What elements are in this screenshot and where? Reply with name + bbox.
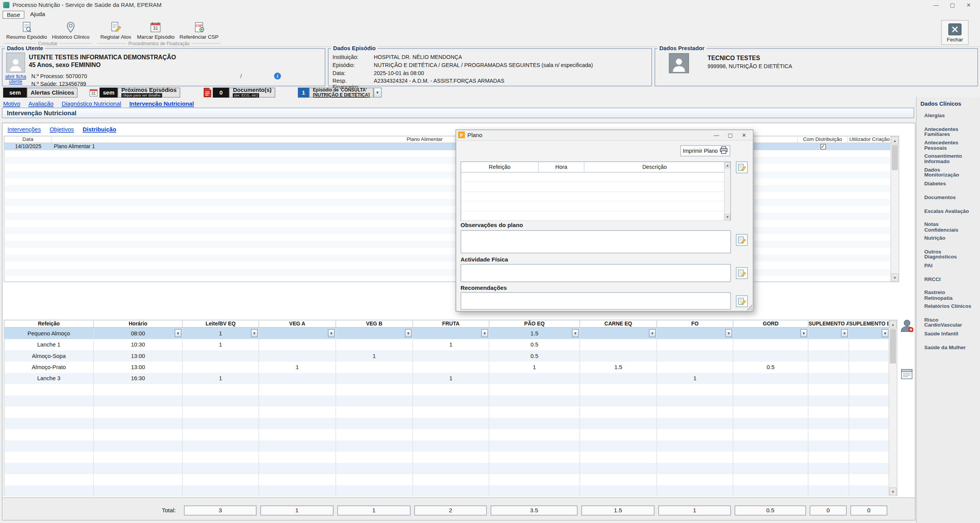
dist-table-row[interactable] [4,384,897,395]
sidebar-item-nutricao[interactable]: Nutrição [917,234,980,248]
sidebar-item-antecedentes-familiares[interactable]: Antecedentes Familiares [917,125,980,139]
scroll-up-icon[interactable]: ▲ [889,320,897,329]
menu-base[interactable]: Base [3,11,25,19]
episode-selector-label[interactable]: Episódio de 'CONSULTA' [NUTRIÇÃO E DIETÉ… [309,88,373,98]
sidebar-item-saude-infantil[interactable]: Saúde Infantil [917,330,980,343]
plans-table-row[interactable] [4,185,898,192]
plans-table-row[interactable] [4,241,898,248]
plans-table-row[interactable] [4,220,898,227]
abrir-ficha-utente-link[interactable]: abrir ficha utente [3,74,29,84]
dialog-close-button[interactable]: ✕ [737,131,751,140]
dist-table-row[interactable]: Lanche 316:30111 [4,373,897,384]
plans-table-row[interactable] [4,164,898,171]
cell-dropdown-button[interactable]: ▼ [251,329,258,337]
scroll-down-icon[interactable]: ▼ [725,214,730,220]
dialog-maximize-button[interactable]: ▢ [723,131,737,140]
tab-distribuicao[interactable]: Distribuição [83,126,116,132]
patient-contact-icon[interactable] [899,318,915,333]
scroll-up-icon[interactable]: ▲ [725,162,730,168]
plans-table-row[interactable] [4,276,898,283]
alertas-clinicos-button[interactable]: Alertas Clínicos [27,88,78,98]
plans-table-row[interactable] [4,206,898,213]
dist-table-scrollbar[interactable]: ▲ ▼ [888,320,897,496]
sidebar-item-documentos[interactable]: Documentos [917,193,980,207]
marcar-episodio-button[interactable]: 31 Marcar Episódio [134,20,177,41]
cell-dropdown-button[interactable]: ▼ [572,329,579,337]
plans-table-row[interactable] [4,150,898,157]
cell-dropdown-button[interactable]: ▼ [328,329,335,337]
plans-table-row[interactable] [4,255,898,262]
registar-atos-button[interactable]: Registar Atos [97,20,134,41]
fechar-button[interactable]: Fechar [941,20,969,45]
edit-meals-button[interactable] [736,162,748,173]
sidebar-item-dados-monitorizacao[interactable]: Dados Monitorização [917,166,980,180]
cell-dropdown-button[interactable]: ▼ [725,329,732,337]
com-distribuicao-checkbox[interactable]: ✓ [820,144,826,150]
activity-textarea[interactable] [461,264,731,282]
tab-objetivos[interactable]: Objetivos [49,126,74,132]
dist-table-row[interactable] [4,396,897,407]
dist-table-row[interactable] [4,440,897,451]
sidebar-item-risco-cardiovascular[interactable]: Risco CardioVascular [917,316,980,330]
dist-table-row[interactable]: Pequeno Almoço08:00▼1▼▼▼▼1.5▼▼▼▼▼▼ [4,328,897,339]
meal-table-row[interactable] [461,201,730,211]
sidebar-item-rrcci[interactable]: RRCCI [917,275,980,289]
cell-dropdown-button[interactable]: ▼ [175,329,182,337]
nav-link-motivo[interactable]: Motivo [3,100,20,106]
plans-table-row[interactable] [4,269,898,276]
plans-table-row[interactable] [4,227,898,234]
dist-table-row[interactable] [4,452,897,463]
sidebar-item-outros-diagnosticos[interactable]: Outros Diagnósticos [917,248,980,262]
imprimir-plano-button[interactable]: Imprimir Plano [680,145,730,156]
scroll-down-icon[interactable]: ▼ [889,487,897,495]
documentos-button[interactable]: Documento(s) (ex: ECG, etc) [229,88,275,98]
dist-table-row[interactable] [4,407,897,418]
meal-table-row[interactable] [461,173,730,182]
scroll-down-icon[interactable]: ▼ [891,273,899,281]
plans-table-scrollbar[interactable]: ▲ ▼ [890,136,898,281]
plans-table-row[interactable] [4,199,898,206]
nav-link-intervencao-nutricional[interactable]: Intervenção Nutricional [129,100,194,106]
dist-table-row[interactable]: Almoço-Prato13:00111.50.5 [4,361,897,373]
cell-dropdown-button[interactable]: ▼ [405,329,412,337]
edit-observations-button[interactable] [736,234,748,246]
dialog-resize-grip[interactable] [746,304,752,310]
sidebar-item-rastreio-retinopatia[interactable]: Rastreio Retinopatia [917,289,980,302]
cell-dropdown-button[interactable]: ▼ [649,329,656,337]
observations-textarea[interactable] [461,230,731,253]
sidebar-item-pai[interactable]: PAI [917,262,980,275]
cell-dropdown-button[interactable]: ▼ [481,329,488,337]
plans-table-row[interactable] [4,262,898,269]
dist-table-row[interactable] [4,463,897,474]
plans-table-row[interactable] [4,213,898,220]
referenciar-csp-button[interactable]: CSP Referênciar CSP [177,20,221,41]
meal-table-scrollbar[interactable]: ▲ ▼ [724,162,730,220]
sidebar-item-relatorios-clinicos[interactable]: Relatórios Clínicos [917,302,980,316]
sidebar-item-alergias[interactable]: Alergias [917,111,980,125]
dialog-minimize-button[interactable]: — [710,131,723,140]
dist-table-row[interactable] [4,485,897,497]
dist-table-row[interactable]: Almoço-Sopa13:0010.5 [4,350,897,361]
menu-ajuda[interactable]: Ajuda [26,11,49,19]
historico-clinico-button[interactable]: Histórico Clínico [49,20,92,41]
window-maximize-button[interactable]: ▢ [944,1,960,10]
meal-table-row[interactable] [461,192,730,201]
info-icon[interactable]: i [274,73,281,80]
plans-table-row[interactable] [4,157,898,164]
resumo-episodio-button[interactable]: Resumo Episódio [4,20,49,41]
dist-table-row[interactable] [4,474,897,485]
tab-intervencoes[interactable]: Intervenções [8,126,41,132]
dist-table-row[interactable]: Lanche 110:30110.5 [4,339,897,350]
cell-dropdown-button[interactable]: ▼ [882,329,888,337]
dist-table-row[interactable] [4,418,897,429]
plans-table-row[interactable] [4,178,898,185]
scrollbar-thumb[interactable] [892,145,898,170]
nav-link-avaliacao[interactable]: Avaliação [28,100,54,106]
sidebar-item-notas-confidenciais[interactable]: Notas Confidenciais [917,221,980,234]
cell-dropdown-button[interactable]: ▼ [800,329,807,337]
plans-table-row[interactable]: 14/10/2025Plano Alimentar 1✓ [4,143,898,150]
plans-table-row[interactable] [4,234,898,241]
edit-activity-button[interactable] [736,267,748,279]
scroll-up-icon[interactable]: ▲ [891,136,899,144]
sidebar-item-antecedentes-pessoais[interactable]: Antecedentes Pessoais [917,139,980,152]
